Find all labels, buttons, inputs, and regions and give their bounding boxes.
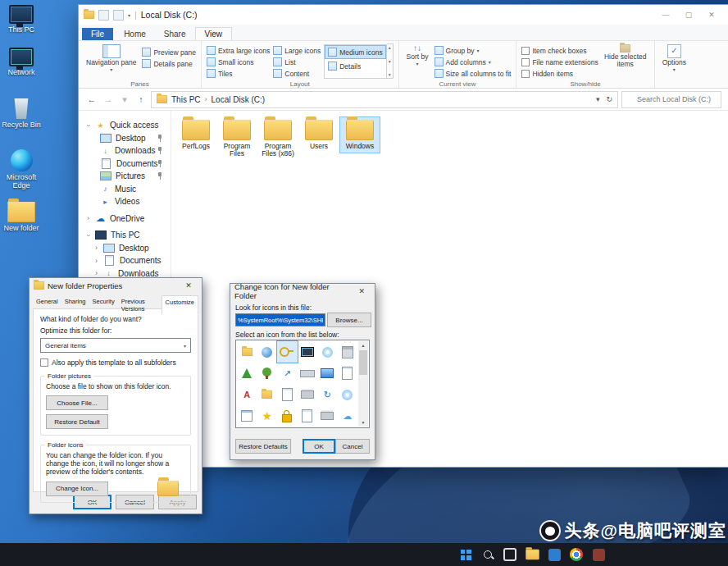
item-check-boxes-checkbox[interactable]: Item check boxes: [521, 45, 598, 56]
letter-a-icon[interactable]: A: [237, 384, 257, 405]
forward-button[interactable]: →: [102, 94, 115, 104]
folder-tile-program-files[interactable]: Program Files: [217, 117, 257, 161]
dialog-title-bar[interactable]: New folder Properties ✕: [30, 278, 202, 293]
key-icon[interactable]: [277, 341, 298, 363]
large-icons-button[interactable]: Large icons: [273, 45, 321, 56]
keyboard-icon[interactable]: [298, 363, 318, 384]
tab-home[interactable]: Home: [115, 28, 155, 40]
size-columns-button[interactable]: Size all columns to fit: [435, 68, 512, 79]
navigation-pane-button[interactable]: Navigation pane▾: [84, 43, 139, 79]
close-button[interactable]: ✕: [700, 6, 723, 24]
scroll-up-icon[interactable]: ▲: [362, 341, 366, 349]
close-icon[interactable]: ✕: [353, 285, 371, 298]
chevron-right-icon[interactable]: ›: [93, 244, 99, 252]
refresh-icon[interactable]: ↻: [606, 95, 612, 103]
details-pane-button[interactable]: Details pane: [142, 58, 196, 69]
tab-sharing[interactable]: Sharing: [61, 295, 89, 315]
optimize-dropdown[interactable]: General items ▾: [40, 338, 191, 353]
apply-template-checkbox[interactable]: Also apply this template to all subfolde…: [40, 358, 191, 367]
breadcrumb-root[interactable]: This PC: [171, 95, 201, 104]
task-view-button[interactable]: [500, 545, 520, 564]
nav-pc-documents[interactable]: › Documents: [79, 254, 171, 267]
medium-icons-button[interactable]: Medium icons: [325, 45, 385, 59]
world-disc-icon[interactable]: [317, 341, 338, 363]
chevron-right-icon[interactable]: ›: [93, 269, 99, 277]
group-by-button[interactable]: Group by▾: [435, 45, 512, 56]
content-button[interactable]: Content: [273, 68, 321, 79]
desktop-icon-recycle-bin[interactable]: Recycle Bin: [0, 98, 43, 130]
desktop-icon-new-folder[interactable]: New folder: [0, 202, 43, 233]
scroll-down-icon[interactable]: ▼: [362, 418, 366, 427]
add-columns-button[interactable]: Add columns▾: [435, 57, 512, 67]
document2-icon[interactable]: [298, 405, 318, 427]
file-name-extensions-checkbox[interactable]: File name extensions: [521, 57, 598, 67]
breadcrumb-current[interactable]: Local Disk (C:): [212, 95, 266, 104]
list-button[interactable]: List: [273, 57, 321, 67]
search-box[interactable]: [621, 91, 721, 108]
nav-item-desktop[interactable]: Desktop: [79, 132, 171, 145]
nav-this-pc[interactable]: › This PC: [79, 229, 171, 242]
desktop-icon-this-pc[interactable]: This PC: [0, 5, 43, 34]
restore-default-button[interactable]: Restore Default: [46, 414, 108, 429]
desktop-icon-network[interactable]: Network: [0, 48, 43, 77]
nav-item-downloads[interactable]: ↓ Downloads: [79, 144, 171, 157]
close-icon[interactable]: ✕: [180, 279, 198, 292]
up-button[interactable]: ↑: [134, 94, 148, 104]
tiles-button[interactable]: Tiles: [207, 68, 270, 79]
document-icon[interactable]: [277, 384, 298, 405]
recent-locations-icon[interactable]: ▾: [118, 94, 131, 105]
restore-defaults-button[interactable]: Restore Defaults: [235, 439, 291, 454]
folder-stack-icon[interactable]: [237, 341, 257, 363]
printer-icon[interactable]: [298, 384, 318, 405]
page-icon[interactable]: [338, 363, 358, 384]
address-dropdown-icon[interactable]: ▾: [596, 95, 600, 103]
start-button[interactable]: [456, 545, 475, 564]
globe-icon[interactable]: [257, 341, 278, 363]
options-button[interactable]: ✓ Options▾: [660, 43, 689, 79]
hidden-items-checkbox[interactable]: Hidden items: [521, 68, 598, 79]
shortcut-icon[interactable]: ↗: [277, 363, 298, 384]
choose-file-button[interactable]: Choose File...: [46, 395, 108, 410]
extra-large-icons-button[interactable]: Extra large icons: [207, 45, 270, 56]
nav-pc-desktop[interactable]: › Desktop: [79, 242, 171, 255]
folder-tile-users[interactable]: Users: [299, 117, 339, 153]
chevron-right-icon[interactable]: ›: [85, 214, 91, 222]
quick-access-toolbar-icon[interactable]: [98, 10, 109, 21]
tab-general[interactable]: General: [33, 295, 61, 315]
tab-view[interactable]: View: [195, 27, 233, 40]
quick-access-dropdown-icon[interactable]: ▾: [128, 12, 130, 18]
nav-item-documents[interactable]: Documents: [79, 157, 171, 171]
preview-pane-button[interactable]: Preview pane: [142, 47, 196, 57]
change-icon-button[interactable]: Change Icon...: [46, 482, 108, 496]
cd-icon[interactable]: [338, 384, 358, 405]
desktop-icon-edge[interactable]: Microsoft Edge: [0, 149, 43, 190]
computer-icon[interactable]: [338, 341, 358, 363]
screen-icon[interactable]: [317, 363, 338, 384]
sort-by-button[interactable]: ↑↓ Sort by▾: [404, 43, 431, 79]
plant-icon[interactable]: [237, 363, 257, 384]
list-icon[interactable]: [237, 405, 257, 427]
gallery-scroll-buttons[interactable]: ▲▼▼: [387, 43, 394, 79]
icon-file-path-input[interactable]: [235, 313, 325, 326]
minimize-button[interactable]: —: [654, 6, 677, 24]
tab-security[interactable]: Security: [89, 295, 118, 315]
folder-icon[interactable]: [257, 384, 278, 405]
details-view-button[interactable]: Details: [325, 59, 385, 73]
lock-icon[interactable]: [277, 405, 298, 427]
search-input[interactable]: [622, 92, 721, 107]
chevron-right-icon[interactable]: ›: [93, 257, 99, 265]
maximize-button[interactable]: ▢: [677, 6, 700, 24]
breadcrumb[interactable]: This PC › Local Disk (C:) ▾ ↻: [151, 91, 618, 108]
scrollbar-thumb[interactable]: [359, 350, 367, 375]
tab-share[interactable]: Share: [155, 28, 195, 40]
title-bar[interactable]: ▾ | Local Disk (C:) — ▢ ✕: [79, 5, 728, 25]
taskbar-app-blue-button[interactable]: [544, 545, 564, 564]
nav-onedrive[interactable]: › ☁ OneDrive: [79, 212, 171, 226]
dialog-title-bar[interactable]: Change Icon for New folder Folder ✕: [230, 284, 375, 299]
hide-selected-items-button[interactable]: Hide selected items: [602, 43, 649, 79]
back-button[interactable]: ←: [85, 94, 98, 104]
cancel-button[interactable]: Cancel: [335, 439, 370, 454]
icon-list-scrollbar[interactable]: ▲ ▼: [358, 341, 368, 427]
monitor-mouse-icon[interactable]: [298, 341, 318, 363]
taskbar-file-explorer-button[interactable]: [522, 545, 542, 564]
